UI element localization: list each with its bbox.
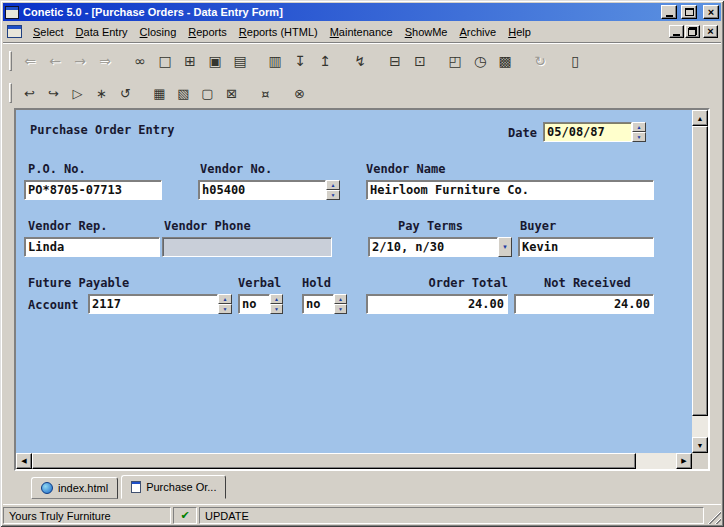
toolbar-grip[interactable] [9,51,12,71]
tab-index-html[interactable]: index.html [31,477,118,499]
execute-icon[interactable]: ↯ [348,49,372,73]
new-record-icon[interactable]: □ [153,49,177,73]
menu-item-showme[interactable]: ShowMe [399,23,454,41]
scroll-left-icon[interactable]: ◀ [16,453,32,469]
menu-item-data-entry[interactable]: Data Entry [70,23,134,41]
toolbar-grip[interactable] [9,83,12,103]
column-icon[interactable]: ▯ [563,49,587,73]
tab-purchase-orders[interactable]: Purchase Or... [121,475,226,499]
document-window-icon[interactable] [7,25,22,38]
hold-spin-down-icon[interactable]: ▼ [334,304,347,314]
pay-terms-dropdown-icon[interactable]: ▼ [498,237,512,257]
form-next-icon[interactable]: ↪ [42,82,65,104]
account-spin-down-icon[interactable]: ▼ [218,304,232,314]
form-query-icon[interactable]: ∗ [90,82,113,104]
hold-spin-up-icon[interactable]: ▲ [334,294,347,304]
form-browse-icon[interactable]: ▷ [66,82,89,104]
menu-item-help[interactable]: Help [502,23,537,41]
record-last-icon[interactable]: ⇒ [93,49,117,73]
app-icon[interactable] [5,6,19,19]
verbal-spin-up-icon[interactable]: ▲ [270,294,283,304]
child-restore-button[interactable] [685,25,700,38]
scroll-up-icon[interactable]: ▲ [692,110,708,126]
record-prev-icon[interactable]: ← [43,49,67,73]
toolbar-glyph: ▩ [498,54,511,68]
date-spinner: ▲ ▼ [632,122,646,142]
date-spin-down-icon[interactable]: ▼ [632,132,646,142]
copy-icon[interactable]: ⊟ [383,49,407,73]
not-received-input[interactable] [514,294,654,314]
import-icon[interactable]: ↧ [288,49,312,73]
horizontal-scroll-thumb[interactable] [32,453,636,469]
vendor-name-input[interactable] [366,180,654,200]
report-view-icon[interactable]: ▧ [172,82,195,104]
child-restore-icon [688,27,697,36]
verbal-input[interactable] [238,294,270,314]
child-close-button[interactable]: × [703,25,718,38]
verbal-label: Verbal [238,276,281,290]
paste-icon[interactable]: ⊡ [408,49,432,73]
vendor-no-spin-up-icon[interactable]: ▲ [326,180,340,190]
toolbar-glyph: ▥ [268,54,281,68]
form-page-icon [131,481,141,493]
vertical-scrollbar[interactable]: ▲ ▼ [692,110,708,453]
toolbar-form: ↩↪▷∗↺▦▧▢⊠¤⊗ [3,78,721,108]
scroll-right-icon[interactable]: ▶ [676,453,692,469]
account-input[interactable] [88,294,218,314]
verbal-spin-down-icon[interactable]: ▼ [270,304,283,314]
hold-label: Hold [302,276,331,290]
account-spin-up-icon[interactable]: ▲ [218,294,232,304]
vendor-phone-input[interactable] [162,237,332,257]
resize-grip[interactable] [706,507,721,524]
vertical-scroll-thumb[interactable] [692,126,708,416]
export-icon[interactable]: ↥ [313,49,337,73]
hold-spinner: ▲ ▼ [334,294,347,314]
record-first-icon[interactable]: ⇐ [18,49,42,73]
form-prev-icon[interactable]: ↩ [18,82,41,104]
form-refresh-icon[interactable]: ↺ [114,82,137,104]
date-spin-up-icon[interactable]: ▲ [632,122,646,132]
window-title: Conetic 5.0 - [Purchase Orders - Data En… [23,6,657,18]
po-no-input[interactable] [24,180,162,200]
maximize-button[interactable] [681,5,697,19]
print-icon[interactable]: ▩ [493,49,517,73]
vendor-rep-label: Vendor Rep. [28,219,107,233]
screen-view-icon[interactable]: ▢ [196,82,219,104]
exit-icon[interactable]: ⊗ [288,82,311,104]
database-icon[interactable]: ▥ [263,49,287,73]
table-view-icon[interactable]: ▦ [148,82,171,104]
record-stack-icon[interactable]: ▤ [228,49,252,73]
menu-item-reports-html[interactable]: Reports (HTML) [233,23,324,41]
refresh-icon[interactable]: ↻ [528,49,552,73]
horizontal-scrollbar[interactable]: ◀ ▶ [16,453,692,469]
duplicate-record-icon[interactable]: ⊞ [178,49,202,73]
minimize-button[interactable] [661,5,677,19]
clock-icon[interactable]: ◷ [468,49,492,73]
menu-item-maintenance[interactable]: Maintenance [324,23,399,41]
close-icon: × [708,7,714,18]
toolbar-glyph: ⊠ [226,87,237,100]
order-total-label: Order Total [426,276,508,290]
verbal-spinner: ▲ ▼ [270,294,283,314]
menu-item-select[interactable]: Select [27,23,70,41]
delete-record-icon[interactable]: ⊠ [220,82,243,104]
find-record-icon[interactable]: ∞ [128,49,152,73]
date-input[interactable] [543,122,632,142]
save-record-icon[interactable]: ▣ [203,49,227,73]
close-button[interactable]: × [703,5,719,19]
currency-icon[interactable]: ¤ [254,82,277,104]
buyer-input[interactable] [518,237,654,257]
scroll-down-icon[interactable]: ▼ [692,437,708,453]
vendor-no-input[interactable] [198,180,326,200]
child-minimize-button[interactable] [669,25,684,38]
hold-input[interactable] [302,294,334,314]
menu-item-closing[interactable]: Closing [134,23,183,41]
menu-item-reports[interactable]: Reports [182,23,233,41]
record-next-icon[interactable]: → [68,49,92,73]
vendor-no-spin-down-icon[interactable]: ▼ [326,190,340,200]
order-total-input[interactable] [366,294,508,314]
window-icon[interactable]: ◰ [443,49,467,73]
vendor-rep-input[interactable] [24,237,160,257]
pay-terms-input[interactable] [368,237,498,257]
menu-item-archive[interactable]: Archive [453,23,502,41]
